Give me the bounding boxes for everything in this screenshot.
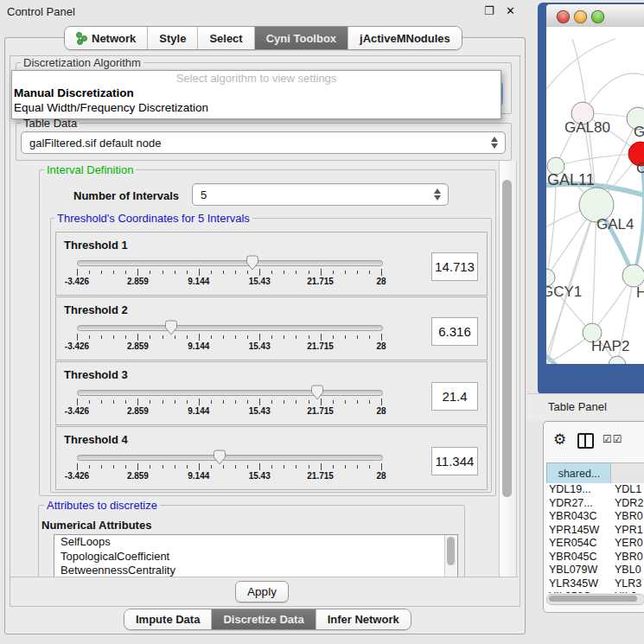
slider-minor-tick — [163, 400, 163, 404]
scrollbar-thumb[interactable] — [447, 537, 455, 565]
threshold-panel-2: Threshold 2-3.4262.8599.14415.4321.71528… — [55, 296, 488, 360]
scrollbar-thumb[interactable] — [549, 596, 637, 602]
slider-tick-label: 21.715 — [307, 471, 334, 481]
network-node-label: GAL4 — [596, 216, 634, 233]
slider-minor-tick — [296, 400, 296, 404]
tab-style[interactable]: Style — [148, 27, 198, 49]
column-header-name[interactable]: name — [610, 462, 644, 484]
table-row[interactable]: YER054CYER0 — [546, 537, 644, 551]
slider-thumb[interactable] — [213, 450, 226, 465]
slider-track[interactable] — [77, 325, 383, 331]
tab-infer-network[interactable]: Infer Network — [316, 609, 411, 629]
table-row[interactable]: YBR043CYBR0 — [546, 510, 644, 524]
network-node-label: HAP2 — [591, 338, 629, 354]
tab-label: Network — [92, 32, 136, 45]
slider-major-tick — [381, 334, 382, 341]
tab-impute-data[interactable]: Impute Data — [124, 609, 212, 629]
gear-icon[interactable]: ⚙ — [553, 430, 566, 449]
slider-minor-tick — [247, 335, 248, 339]
threshold-value-field[interactable]: 14.713 — [431, 252, 478, 281]
interval-definition-title: Interval Definition — [44, 163, 136, 176]
table-row[interactable]: YLR345WYLR3 — [546, 577, 644, 591]
slider-minor-tick — [309, 335, 309, 339]
tab-network[interactable]: Network — [65, 27, 148, 49]
threshold-value-field[interactable]: 11.344 — [431, 447, 478, 475]
slider-thumb[interactable] — [245, 255, 259, 271]
attribute-item-topologicalcoefficient[interactable]: TopologicalCoefficient — [54, 550, 457, 564]
slider-tick-label: 15.43 — [249, 471, 271, 481]
tab-discretize-data[interactable]: Discretize Data — [212, 609, 316, 629]
combobox-stepper-icon[interactable] — [491, 137, 499, 149]
slider-major-tick — [137, 269, 138, 276]
slider-major-tick — [259, 269, 260, 276]
table-row[interactable]: YBR045CYBR0 — [546, 551, 644, 564]
slider-major-tick — [77, 334, 78, 341]
slider-thumb[interactable] — [310, 385, 324, 400]
network-edge[interactable] — [556, 154, 641, 166]
slider-tick-label: 28 — [376, 471, 386, 481]
scrollbar-thumb[interactable] — [502, 180, 512, 497]
threshold-value-field[interactable]: 21.4 — [431, 382, 478, 411]
slider-tick-label: 21.715 — [307, 341, 334, 351]
slider-major-tick — [321, 269, 322, 276]
network-canvas[interactable]: GAL80GACGAL11GAL4GCY1HHAP2 — [546, 27, 644, 364]
slider-minor-tick — [271, 271, 272, 274]
network-node-label: C — [636, 160, 644, 176]
network-node-partial-bottom[interactable] — [609, 356, 626, 364]
tab-jactivemnodules[interactable]: jActiveMNodules — [348, 27, 462, 49]
network-edge[interactable] — [546, 39, 615, 96]
threshold-value-field[interactable]: 6.316 — [431, 317, 478, 346]
dropdown-item-equal-width-frequency-discretization[interactable]: Equal Width/Frequency Discretization — [12, 100, 501, 115]
network-node-label: GAL11 — [547, 171, 595, 188]
slider-major-tick — [259, 399, 260, 405]
number-of-intervals-combobox[interactable]: 5 — [192, 183, 449, 206]
table-row[interactable]: YIL052CYIL0 — [546, 590, 644, 593]
table-row[interactable]: YBL079WYBL0 — [546, 564, 644, 577]
network-window-titlebar[interactable] — [546, 4, 644, 28]
slider-minor-tick — [125, 335, 126, 339]
tab-select[interactable]: Select — [198, 27, 254, 49]
slider-tick-label: 21.715 — [307, 406, 334, 416]
slider-track[interactable] — [77, 390, 383, 396]
dropdown-item-manual-discretization[interactable]: Manual Discretization — [12, 86, 501, 100]
settings-vertical-scrollbar[interactable] — [499, 161, 517, 577]
attribute-item-selfloops[interactable]: SelfLoops — [54, 535, 457, 550]
table-row[interactable]: YDL19...YDL1 — [546, 483, 644, 497]
slider-tick-label: 28 — [376, 406, 386, 416]
mac-minimize-button[interactable] — [574, 10, 587, 23]
slider-minor-tick — [150, 400, 150, 404]
table-horizontal-scrollbar[interactable] — [546, 594, 644, 605]
tab-cyni-toolbox[interactable]: Cyni Toolbox — [255, 27, 348, 49]
mac-close-button[interactable] — [557, 10, 570, 23]
apply-button[interactable]: Apply — [235, 581, 289, 603]
slider-minor-tick — [101, 335, 102, 339]
slider-thumb[interactable] — [164, 320, 178, 335]
table-row[interactable]: YDR27...YDR2 — [546, 497, 644, 511]
attributes-group-title: Attributes to discretize — [44, 499, 160, 512]
table-row[interactable]: YPR145WYPR1 — [546, 524, 644, 538]
slider-minor-tick — [345, 271, 346, 274]
cell-name: YLR3 — [610, 577, 641, 591]
attributes-list-scrollbar[interactable] — [444, 535, 457, 577]
tab-label: jActiveMNodules — [360, 32, 450, 45]
slider-tick-label: 15.43 — [249, 406, 271, 416]
numerical-attributes-list[interactable]: SelfLoopsTopologicalCoefficientBetweenne… — [54, 534, 458, 578]
close-window-icon[interactable]: ✕ — [506, 4, 519, 17]
bottom-tab-bar: Impute DataDiscretize DataInfer Network — [124, 609, 411, 630]
table-data-combobox[interactable]: galFiltered.sif default node — [21, 131, 506, 154]
cell-shared-name: YBR045C — [546, 551, 610, 564]
combobox-stepper-icon[interactable] — [434, 188, 442, 201]
tab-label: Discretize Data — [223, 613, 303, 626]
split-columns-icon[interactable] — [577, 433, 594, 449]
slider-track[interactable] — [77, 260, 383, 266]
slider-track[interactable] — [77, 455, 383, 461]
column-header-shared-name[interactable]: shared... — [546, 462, 612, 484]
slider-minor-tick — [125, 465, 126, 469]
slider-minor-tick — [89, 465, 90, 469]
slider-minor-tick — [163, 271, 163, 274]
slider-minor-tick — [187, 465, 188, 469]
float-window-icon[interactable]: ❐ — [484, 4, 497, 17]
mac-zoom-button[interactable] — [591, 10, 604, 23]
select-columns-checkboxes-icon[interactable]: ☑☑ — [603, 433, 623, 445]
slider-minor-tick — [309, 271, 309, 274]
